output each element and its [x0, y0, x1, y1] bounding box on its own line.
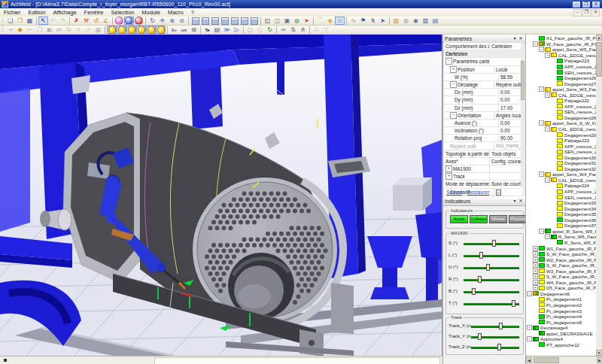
tree-item[interactable]: SEN_mesure_24 [527, 149, 597, 155]
property-value[interactable]: 0.00 [499, 96, 521, 103]
menu-item-affichage[interactable]: Affichage [49, 8, 80, 17]
viewport-3d[interactable] [0, 35, 442, 356]
tree-item[interactable]: Pt_degagement1 [527, 296, 597, 302]
toolbar-grip[interactable] [2, 17, 4, 25]
tree-item[interactable]: Degagement37 [527, 223, 597, 229]
tree-item[interactable]: +S_W_Face_gauche_IR_P3 [527, 274, 597, 280]
snapshot-icon[interactable]: ▣ [282, 17, 292, 25]
angle-icon[interactable]: ∠ [101, 17, 111, 25]
tree-expander[interactable]: + [533, 280, 538, 285]
tree-expander[interactable]: + [533, 285, 538, 290]
expander-box[interactable]: − [450, 81, 457, 88]
property-value[interactable]: Config. courante [490, 158, 521, 165]
delete-weld-icon[interactable]: ✗ [71, 17, 81, 25]
tree-item[interactable]: −appel_Sens_W4_Face_gauch [527, 171, 597, 177]
tree-item[interactable]: −Decrassage4 [527, 325, 597, 331]
tree-item[interactable]: SEN_mesure_25 [527, 194, 597, 200]
tree-item[interactable]: APP_mesure_23 [527, 104, 597, 110]
rotate-copy-icon[interactable]: ↻ [64, 26, 74, 34]
tree-expander[interactable]: + [533, 268, 538, 274]
mirror-icon[interactable]: ⇄ [54, 26, 64, 34]
transparency-icon[interactable]: ◫ [272, 17, 282, 25]
axis-slider[interactable] [464, 288, 519, 295]
cluster-alt-icon[interactable]: ∵ [321, 26, 331, 34]
axis-slider-thumb[interactable] [492, 240, 496, 247]
tree-item[interactable]: SEN_mesure_23 [527, 109, 597, 115]
redo-icon[interactable]: ↷ [58, 17, 68, 25]
tree-item[interactable]: Pt_degagement2 [527, 302, 597, 308]
light-cell-icon[interactable] [146, 26, 156, 34]
tree-expander[interactable]: + [533, 246, 538, 251]
expander-box[interactable]: − [450, 112, 457, 119]
indicateurs-close-button[interactable]: ✕ [518, 198, 524, 205]
tree-item[interactable]: −CAL_EDGE_mesure_22 [527, 53, 597, 59]
tree-expander[interactable]: + [533, 274, 538, 279]
tree-item[interactable]: −Degagement6 [527, 291, 597, 297]
cut-icon[interactable]: ✂ [25, 26, 35, 34]
play-icon[interactable]: ▷ [232, 26, 242, 34]
view-top-icon[interactable] [239, 17, 249, 25]
parametres-menu-button[interactable]: ▾ [512, 35, 518, 42]
target-icon[interactable]: ◉ [411, 17, 421, 25]
tree-expander[interactable]: − [527, 325, 532, 330]
tree-item[interactable]: Degagement32 [527, 166, 597, 172]
property-grid-scroll-thumb[interactable] [521, 61, 524, 100]
view-bottom-icon[interactable] [249, 17, 259, 25]
view-iso-icon[interactable] [190, 17, 200, 25]
viewport-scroll-thumb[interactable] [154, 357, 440, 364]
track-slider-thumb[interactable] [497, 344, 501, 350]
refresh-icon[interactable]: ↻ [265, 26, 275, 34]
indicateurs-menu-button[interactable]: ▾ [512, 198, 518, 205]
tree-item[interactable]: Degagement34 [527, 205, 597, 211]
tree-item[interactable]: +D5_Face_gauche_IR_P1 [527, 285, 597, 291]
tree-item[interactable]: −appel_Sens_S_W_Face_gauc [527, 120, 597, 126]
tree-item[interactable]: Degagement30 [527, 154, 597, 160]
pause-icon[interactable]: ◫ [245, 26, 255, 34]
tree-item[interactable]: −appel_R_Sens_W5_Face_ga [527, 229, 597, 235]
frame-icon[interactable]: ◎ [401, 17, 411, 25]
trajectory-icon[interactable]: ∿ [348, 17, 358, 25]
scroll-up-arrow[interactable]: ▲ [596, 35, 602, 41]
property-grid-scrollbar[interactable] [521, 43, 524, 188]
indicator-button-accs[interactable]: Accès [450, 215, 468, 223]
minimize-button[interactable]: – [572, 1, 581, 8]
axis-slider[interactable] [464, 276, 519, 283]
rotate-ccw-icon[interactable]: ↺ [91, 17, 101, 25]
restaurer-link[interactable]: Restaurer [467, 190, 490, 195]
axis-slider[interactable] [464, 300, 519, 307]
mdi-restore-button[interactable]: ❒ [582, 9, 591, 17]
globe-icon[interactable]: ◍ [292, 17, 302, 25]
tag-icon[interactable]: ⚑ [358, 17, 368, 25]
property-value[interactable]: Repère outil [494, 81, 521, 88]
tree-vscroll-thumb[interactable] [596, 42, 602, 77]
db-icon[interactable]: ▥ [421, 17, 430, 25]
trace-icon[interactable]: T▸ [202, 26, 212, 34]
tree-item[interactable]: Degagement26 [527, 75, 597, 81]
tree-expander[interactable]: − [533, 41, 538, 47]
expander-box[interactable]: − [445, 58, 452, 65]
zero-point-icon[interactable]: 0+ [169, 26, 179, 34]
tree-expander[interactable]: − [527, 291, 532, 296]
track-slider-thumb[interactable] [499, 323, 503, 329]
tree-item[interactable]: Palpage222 [527, 98, 597, 104]
axis-slider[interactable] [464, 252, 519, 259]
tree-item[interactable]: −CAL_EDGE_mesure_25 [527, 177, 597, 184]
collision-gem-icon[interactable]: ◈ [325, 17, 335, 25]
render-sphere-red-icon[interactable] [134, 17, 144, 25]
copy-icon[interactable]: ❐ [35, 26, 44, 34]
units-icon[interactable]: un [179, 26, 189, 34]
toolbar-grip[interactable] [2, 26, 4, 34]
axis-slider-thumb[interactable] [512, 300, 515, 307]
tree-item[interactable]: Degagement31 [527, 160, 597, 166]
tree-expander[interactable]: − [539, 47, 544, 52]
array-icon[interactable]: ▦ [93, 26, 103, 34]
save-icon[interactable]: ▦ [25, 17, 35, 25]
view-left-icon[interactable] [220, 17, 230, 25]
render-sphere-blue-icon[interactable] [124, 17, 134, 25]
fast-forward-icon[interactable]: ≫ [222, 26, 232, 34]
tree-item[interactable]: APP_mesure_22 [527, 64, 597, 70]
mdi-minimize-button[interactable]: – [573, 9, 582, 17]
property-value[interactable]: 0.00 [499, 89, 521, 96]
track-slider-thumb[interactable] [478, 333, 482, 340]
node-tree-icon[interactable]: ⋔ [298, 26, 308, 34]
